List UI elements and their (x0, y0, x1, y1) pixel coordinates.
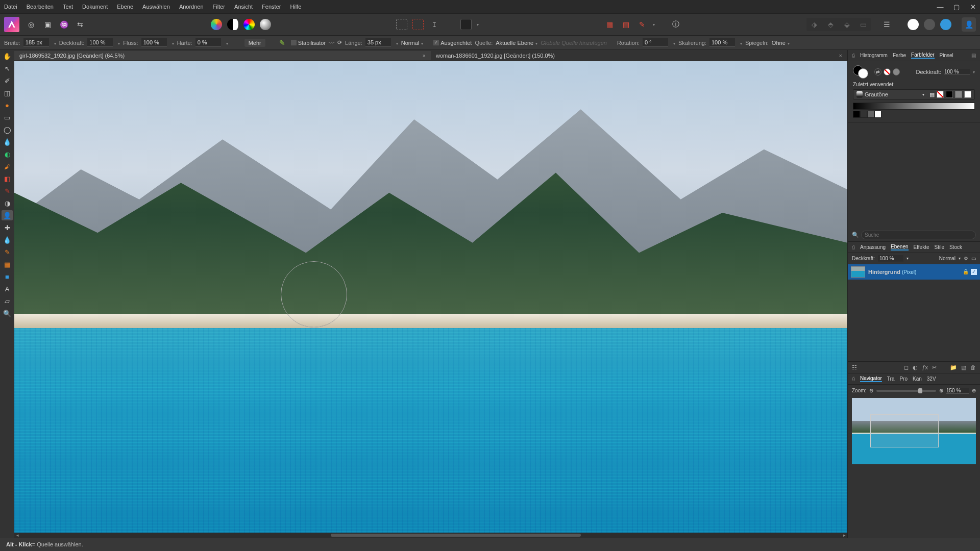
pressure-icon[interactable]: ✎ (277, 37, 288, 48)
tab-layers[interactable]: Ebenen (891, 244, 908, 251)
tab-adjustment[interactable]: Anpassung (860, 244, 886, 250)
flow-input[interactable] (141, 38, 167, 47)
swap-colors-icon[interactable]: ⇄ (874, 68, 881, 76)
hardness-input[interactable] (195, 38, 221, 47)
mask-icon[interactable]: ◻ (904, 364, 909, 371)
account-icon[interactable]: 👤 (962, 17, 976, 32)
swatch[interactable] (867, 111, 874, 118)
foreground-background-swatch[interactable] (853, 65, 868, 79)
zoom-out-icon[interactable]: ⊖ (869, 388, 873, 393)
menu-file[interactable]: Datei (4, 4, 17, 10)
dodge-tool-icon[interactable]: ◑ (2, 198, 13, 208)
perspective-tool-icon[interactable]: ▱ (2, 296, 13, 306)
blend-mode-select[interactable]: Normal (401, 40, 423, 46)
layer-blend-select[interactable]: Normal (939, 256, 955, 261)
menu-text[interactable]: Text (63, 4, 73, 10)
menu-select[interactable]: Auswählen (142, 4, 170, 10)
tab-channels[interactable]: Kan (913, 376, 922, 382)
menu-help[interactable]: Hilfe (290, 4, 301, 10)
quickmask-icon[interactable]: 𝙸 (429, 19, 440, 30)
color-opacity-dropdown-icon[interactable]: ▾ (973, 70, 975, 74)
swatch[interactable] (860, 111, 867, 118)
navigator-viewport[interactable] (870, 414, 939, 447)
move-tool-icon[interactable]: ↖ (2, 63, 13, 73)
erase-tool-icon[interactable]: ◧ (2, 173, 13, 184)
navigator-thumbnail[interactable] (852, 398, 976, 464)
tab-stock[interactable]: Stock (949, 244, 962, 250)
menu-document[interactable]: Dokument (82, 4, 108, 10)
colorwheel-icon[interactable] (211, 19, 222, 30)
stabilizer-checkbox[interactable]: Stabilisator (291, 40, 326, 46)
aligned-checkbox[interactable]: ✓Ausgerichtet (433, 40, 472, 46)
layer-lock-toggle-icon[interactable]: 🔒 (963, 269, 969, 275)
zoom-tool-icon[interactable]: 🔍 (2, 308, 13, 318)
layer-row[interactable]: Hintergrund (Pixel) 🔒 ✓ (848, 264, 980, 280)
lasso-tool-icon[interactable]: ◯ (2, 124, 13, 135)
develop-persona-icon[interactable]: ♒ (58, 19, 69, 30)
tab-protocol[interactable]: Pro (899, 376, 908, 382)
menu-edit[interactable]: Bearbeiten (27, 4, 54, 10)
photo-persona-icon[interactable]: ◎ (26, 19, 37, 30)
color-opacity-input[interactable] (944, 69, 970, 75)
close-button[interactable]: ✕ (968, 3, 978, 11)
scroll-right-icon[interactable]: ▸ (841, 533, 847, 538)
info-icon[interactable]: ⓘ (670, 19, 681, 30)
crop-dropdown-icon[interactable]: ▾ (477, 22, 479, 27)
minimize-button[interactable]: — (935, 3, 945, 11)
close-tab-icon[interactable]: × (839, 53, 842, 59)
grid-icon[interactable]: ▦ (604, 19, 615, 30)
swatch-blue-icon[interactable] (940, 19, 951, 30)
scroll-thumb[interactable] (331, 534, 581, 537)
rotation-input[interactable] (643, 38, 668, 47)
scale-input[interactable] (709, 38, 735, 47)
crop-icon[interactable] (460, 19, 472, 30)
menu-filter[interactable]: Filter (213, 4, 225, 10)
swatch-set-select[interactable]: Grautöne ▾ ▦ (853, 89, 975, 99)
rotation-dropdown-icon[interactable] (671, 40, 675, 46)
snap-icon[interactable]: ✎ (636, 19, 648, 30)
guides-icon[interactable]: ▤ (620, 19, 631, 30)
paint-brush-tool-icon[interactable]: 🖌 (2, 161, 13, 171)
flow-dropdown-icon[interactable] (170, 40, 174, 46)
scroll-left-icon[interactable]: ◂ (14, 533, 20, 538)
crop-tool-icon[interactable]: ◫ (2, 88, 13, 98)
width-dropdown-icon[interactable] (52, 40, 56, 46)
tab-effects[interactable]: Effekte (914, 244, 929, 250)
window-mode-icon[interactable]: ⟳ (337, 39, 342, 46)
swatch[interactable] (853, 111, 860, 118)
canvas[interactable]: ◂ ▸ (14, 61, 847, 538)
shape-tool-icon[interactable]: ■ (2, 271, 13, 282)
rope-mode-icon[interactable]: 〰 (329, 40, 334, 46)
swatch-none-icon[interactable] (937, 91, 944, 98)
adjustment-icon[interactable]: ◐ (913, 364, 918, 371)
more-button[interactable]: Mehr (244, 39, 265, 47)
group-icon[interactable]: 📁 (950, 364, 957, 371)
hardness-dropdown-icon[interactable] (224, 40, 228, 46)
crop-layer-icon[interactable]: ✂ (932, 364, 937, 371)
tab-32bit[interactable]: 32V (927, 376, 936, 382)
export-persona-icon[interactable]: ⇆ (75, 19, 86, 30)
marquee-tool-icon[interactable]: ▭ (2, 112, 13, 122)
zoom-input[interactable] (946, 388, 969, 394)
tab-histogram[interactable]: Histogramm (860, 53, 888, 58)
panel-menu-icon[interactable]: ▤ (971, 53, 976, 58)
zoom-in-icon[interactable]: ⊕ (939, 388, 943, 393)
selection-brush-tool-icon[interactable]: ● (2, 100, 13, 110)
swatch-white-icon[interactable] (908, 19, 919, 30)
flood-fill-tool-icon[interactable]: 💧 (2, 137, 13, 147)
gradient-tool-icon[interactable]: ◐ (2, 149, 13, 159)
greyscale-icon[interactable] (227, 19, 238, 30)
source-select[interactable]: Aktuelle Ebene (496, 40, 537, 46)
blend-ranges-icon[interactable]: ☷ (852, 364, 857, 371)
liquify-persona-icon[interactable]: ▣ (42, 19, 53, 30)
hand-tool-icon[interactable]: ✋ (2, 51, 13, 61)
tab-brushes[interactable]: Pinsel (940, 53, 953, 58)
arrange-icon[interactable]: ☰ (881, 19, 892, 30)
add-layer-icon[interactable]: ▧ (961, 364, 966, 371)
layer-opacity-dropdown-icon[interactable]: ▾ (906, 256, 909, 261)
hue-icon[interactable] (243, 19, 255, 30)
close-tab-icon[interactable]: × (423, 53, 426, 59)
layer-blend-dropdown-icon[interactable]: ▾ (959, 256, 961, 261)
selection-dashed-icon[interactable] (396, 19, 407, 30)
opacity-input[interactable] (87, 38, 113, 47)
